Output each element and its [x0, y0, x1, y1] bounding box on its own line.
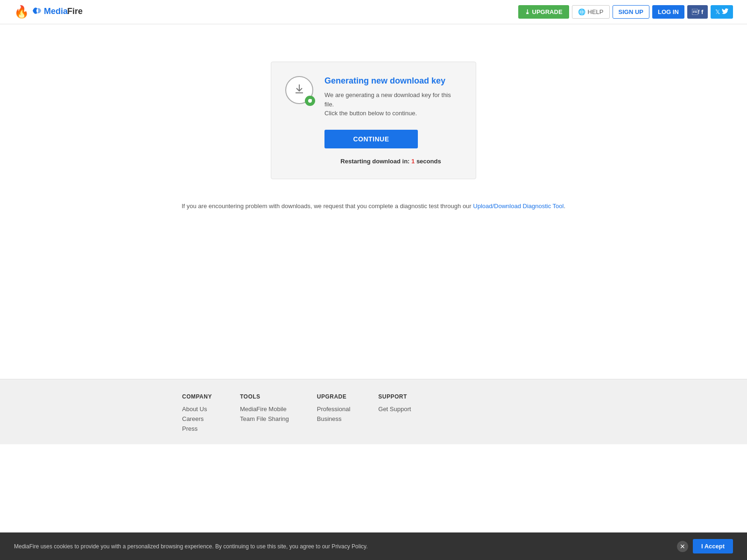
header: 🔥 Media Fire ⤓ UPGRADE 🌐 HELP SIGN UP [0, 0, 747, 24]
card-text: Generating new download key We are gener… [324, 76, 457, 118]
twitter-button[interactable]: 𝕏 [711, 5, 733, 19]
footer-inner: COMPANY About Us Careers Press TOOLS Med… [163, 393, 584, 435]
signup-label: SIGN UP [619, 8, 643, 15]
restart-countdown: Restarting download in: 1 seconds [324, 158, 457, 165]
footer-company-heading: COMPANY [182, 393, 212, 400]
globe-icon: 🌐 [578, 8, 585, 15]
help-button[interactable]: 🌐 HELP [572, 5, 610, 19]
download-icon-wrapper [285, 76, 315, 106]
upgrade-label: UPGRADE [532, 8, 563, 15]
footer-tools-heading: TOOLS [240, 393, 289, 400]
footer-link-careers[interactable]: Careers [182, 415, 212, 422]
footer: COMPANY About Us Careers Press TOOLS Med… [0, 379, 747, 444]
facebook-icon: f [692, 8, 700, 15]
footer-col-support: SUPPORT Get Support [378, 393, 411, 435]
footer-link-professional[interactable]: Professional [317, 406, 351, 413]
help-label: HELP [588, 8, 604, 15]
card-title: Generating new download key [324, 76, 457, 86]
footer-support-heading: SUPPORT [378, 393, 411, 400]
logo-area: 🔥 Media Fire [14, 4, 92, 20]
upgrade-button[interactable]: ⤓ UPGRADE [518, 5, 569, 19]
footer-upgrade-heading: UPGRADE [317, 393, 351, 400]
logo-icon: 🔥 [14, 5, 29, 19]
footer-link-get-support[interactable]: Get Support [378, 406, 411, 413]
svg-text:Fire: Fire [67, 7, 83, 16]
download-icon: ⤓ [525, 8, 530, 15]
countdown-number: 1 [411, 158, 415, 165]
footer-col-company: COMPANY About Us Careers Press [182, 393, 212, 435]
footer-col-tools: TOOLS MediaFire Mobile Team File Sharing [240, 393, 289, 435]
refresh-badge [305, 96, 315, 106]
diagnostic-text: If you are encountering problem with dow… [182, 203, 565, 210]
facebook-button[interactable]: f f [687, 5, 708, 19]
twitter-icon: 𝕏 [715, 8, 720, 15]
arrow-down-icon [294, 83, 305, 97]
signup-button[interactable]: SIGN UP [613, 5, 649, 19]
continue-button[interactable]: CONTINUE [324, 130, 418, 148]
card-description: We are generating a new download key for… [324, 91, 457, 118]
diagnostic-section: If you are encountering problem with dow… [182, 203, 565, 210]
login-button[interactable]: LOG IN [652, 5, 684, 19]
diagnostic-link[interactable]: Upload/Download Diagnostic Tool [473, 203, 564, 210]
footer-link-press[interactable]: Press [182, 425, 212, 432]
card-top: Generating new download key We are gener… [285, 76, 457, 118]
login-label: LOG IN [658, 8, 679, 15]
footer-link-business[interactable]: Business [317, 415, 351, 422]
header-right: ⤓ UPGRADE 🌐 HELP SIGN UP LOG IN f f 𝕏 [518, 5, 733, 19]
main-content: Generating new download key We are gener… [0, 24, 747, 351]
footer-link-mobile[interactable]: MediaFire Mobile [240, 406, 289, 413]
footer-link-team-sharing[interactable]: Team File Sharing [240, 415, 289, 422]
download-key-card: Generating new download key We are gener… [271, 62, 476, 179]
footer-col-upgrade: UPGRADE Professional Business [317, 393, 351, 435]
svg-text:Media: Media [44, 7, 68, 16]
logo-link[interactable]: 🔥 Media Fire [14, 4, 92, 20]
footer-link-about[interactable]: About Us [182, 406, 212, 413]
logo-text: Media Fire [31, 4, 92, 20]
